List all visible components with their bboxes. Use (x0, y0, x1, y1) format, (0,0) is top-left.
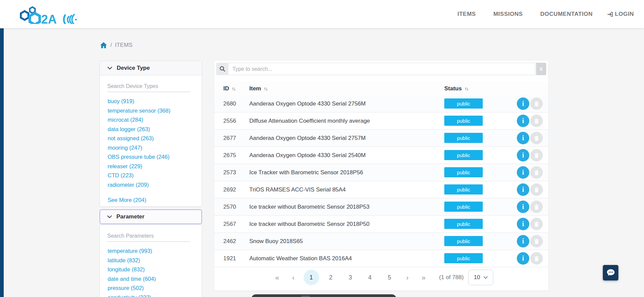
page-button-3[interactable]: 3 (343, 270, 358, 285)
delete-button[interactable] (530, 132, 543, 144)
delete-button[interactable] (530, 183, 543, 196)
last-page-button[interactable]: » (417, 270, 431, 285)
row-id: 2556 (223, 113, 236, 129)
delete-button[interactable] (530, 235, 543, 247)
page-button-2[interactable]: 2 (323, 270, 339, 285)
device-type-filter-link[interactable]: releaser (229) (108, 162, 196, 171)
first-page-button[interactable]: « (270, 270, 284, 285)
table-row[interactable]: 2462Snow Buoy 2018S65publici (214, 233, 548, 250)
sort-icon[interactable]: ↑↓ (465, 86, 468, 91)
parameter-filter-link[interactable]: date and time (604) (108, 274, 196, 284)
table-body: 2680Aanderaa Oxygen Optode 4330 Serial 2… (214, 95, 548, 267)
page-size-select[interactable]: 10 (468, 270, 493, 285)
trash-icon (534, 170, 539, 175)
info-icon: i (522, 220, 524, 228)
device-type-filter-link[interactable]: buoy (919) (108, 97, 196, 106)
device-type-filter-link[interactable]: mooring (247) (108, 143, 196, 153)
chevron-down-icon (483, 276, 488, 279)
sort-icon[interactable]: ↑↓ (232, 86, 235, 91)
device-type-filter-link[interactable]: radiometer (209) (108, 180, 196, 190)
signal-waves-icon (64, 14, 74, 24)
nav-links: ITEMSMISSIONSDOCUMENTATION (457, 11, 593, 18)
device-type-filter-link[interactable]: OBS pressure tube (246) (108, 152, 196, 162)
delete-button[interactable] (530, 149, 543, 161)
column-header-item[interactable]: Item ↑↓ (249, 82, 267, 95)
trash-icon (534, 153, 539, 158)
clear-search-button[interactable]: X (536, 63, 546, 75)
info-button[interactable]: i (517, 183, 529, 196)
delete-button[interactable] (530, 252, 543, 265)
info-button[interactable]: i (517, 201, 529, 213)
search-icon-box (216, 63, 228, 75)
device-type-filter-link[interactable]: microcat (284) (108, 115, 196, 125)
table-search-input[interactable] (228, 63, 535, 75)
table-row[interactable]: 1921Automatic Weather Station BAS 2016A4… (214, 250, 548, 267)
search-icon (219, 66, 226, 72)
page-button-5[interactable]: 5 (382, 270, 397, 285)
table-row[interactable]: 2680Aanderaa Oxygen Optode 4330 Serial 2… (214, 95, 548, 113)
table-row[interactable]: 2692TriOS RAMSES ACC-VIS Serial 85A4publ… (214, 181, 548, 199)
chevron-down-icon (107, 66, 112, 70)
delete-button[interactable] (530, 115, 543, 127)
login-button[interactable]: LOGIN (607, 11, 634, 18)
info-icon: i (522, 237, 524, 245)
chat-bubble-icon (606, 268, 615, 277)
trash-icon (534, 221, 539, 227)
delete-button[interactable] (530, 218, 543, 230)
nav-item-documentation[interactable]: DOCUMENTATION (540, 11, 593, 18)
table-row[interactable]: 2567Ice tracker without Barometric Senso… (214, 216, 548, 233)
device-type-filter-link[interactable]: CTD (223) (108, 171, 196, 180)
table-row[interactable]: 2675Aanderaa Oxygen Optode 4330 Serial 2… (214, 147, 548, 164)
parameter-filter-link[interactable]: temperature (993) (108, 246, 196, 256)
prev-page-button[interactable]: ‹ (286, 270, 301, 285)
table-header: ID ↑↓ Item ↑↓ Status ↑↓ (214, 82, 548, 96)
table-row[interactable]: 2556Diffuse Attenuation Coefficient mont… (214, 113, 548, 130)
info-button[interactable]: i (517, 132, 529, 144)
chat-button[interactable] (603, 265, 618, 280)
bottom-toast (251, 294, 396, 297)
table-row[interactable]: 2573Ice Tracker with Barometric Sensor 2… (214, 164, 548, 181)
column-header-status[interactable]: Status ↑↓ (444, 82, 468, 95)
parameter-filter-link[interactable]: longitude (832) (108, 265, 196, 274)
parameter-filter-link[interactable]: latitude (832) (108, 256, 196, 265)
column-header-id[interactable]: ID ↑↓ (223, 82, 235, 95)
info-button[interactable]: i (517, 115, 529, 127)
info-button[interactable]: i (517, 166, 529, 179)
info-icon: i (522, 169, 524, 176)
o2a-logo[interactable]: 2A (9, 4, 80, 24)
items-table-panel: X ID ↑↓ Item ↑↓ Status ↑↓ 2680Aanderaa O… (214, 61, 548, 291)
delete-button[interactable] (530, 166, 543, 179)
page-button-4[interactable]: 4 (362, 270, 378, 285)
breadcrumb-home-link[interactable] (100, 42, 107, 49)
parameter-filter-link[interactable]: pressure (502) (108, 284, 196, 293)
delete-button[interactable] (530, 97, 543, 110)
column-label-id: ID (223, 85, 229, 92)
info-button[interactable]: i (517, 97, 529, 110)
info-button[interactable]: i (517, 218, 529, 230)
device-type-filter-panel: Device Type buoy (919)temperature sensor… (100, 61, 202, 207)
delete-button[interactable] (530, 201, 543, 213)
row-item: Automatic Weather Station BAS 2016A4 (249, 250, 352, 267)
device-type-filter-link[interactable]: not assigned (263) (108, 134, 196, 143)
device-type-filter-link[interactable]: data logger (263) (108, 125, 196, 134)
info-button[interactable]: i (517, 252, 529, 265)
parameter-header[interactable]: Parameter (100, 209, 202, 224)
svg-text:2A: 2A (41, 12, 57, 24)
table-row[interactable]: 2677Aanderaa Oxygen Optode 4330 Serial 2… (214, 130, 548, 147)
nav-item-items[interactable]: ITEMS (457, 11, 476, 18)
sort-icon[interactable]: ↑↓ (264, 86, 267, 91)
table-row[interactable]: 2570Ice tracker without Barometric Senso… (214, 199, 548, 216)
device-type-search-input[interactable] (107, 81, 190, 92)
nav-item-missions[interactable]: MISSIONS (493, 11, 523, 18)
parameter-filter-link[interactable]: conductivity (333) (108, 293, 196, 297)
see-more-link[interactable]: See More (204) (108, 196, 196, 205)
status-badge: public (444, 202, 483, 212)
next-page-button[interactable]: › (400, 270, 415, 285)
info-button[interactable]: i (517, 235, 529, 247)
device-type-filter-link[interactable]: temperature sensor (368) (108, 106, 196, 116)
page-button-1[interactable]: 1 (304, 270, 319, 285)
device-type-title: Device Type (117, 65, 150, 71)
device-type-header[interactable]: Device Type (100, 61, 202, 76)
parameter-search-input[interactable] (107, 231, 190, 242)
info-button[interactable]: i (517, 149, 529, 161)
